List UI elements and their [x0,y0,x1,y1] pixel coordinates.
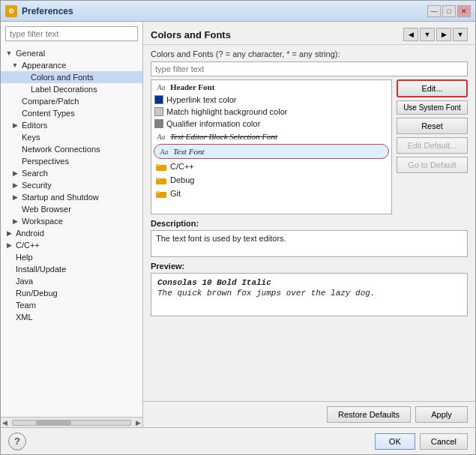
go-to-default-button[interactable]: Go to Default [397,157,468,173]
item-label: Text Font [173,147,204,156]
description-label: Description: [151,219,468,228]
sidebar-item-appearance[interactable]: ▼ Appearance [1,59,142,71]
sidebar-item-java[interactable]: Java [1,275,142,287]
list-item-debug-folder[interactable]: Debug [151,173,391,187]
help-button[interactable]: ? [8,433,26,451]
sidebar-item-keys[interactable]: Keys [1,131,142,143]
ok-button[interactable]: OK [375,433,415,450]
list-item[interactable]: Aa Text Editor Block Selection Font [151,130,391,143]
description-text: The text font is used by text editors. [156,234,286,243]
nav-forward-button[interactable]: ▶ [436,28,451,41]
sidebar-item-web-browser[interactable]: Web Browser [1,203,142,215]
app-icon: ⚙ [5,5,17,17]
sidebar-item-network-connections[interactable]: Network Connections [1,143,142,155]
sidebar-item-team[interactable]: Team [1,299,142,311]
restore-defaults-button[interactable]: Restore Defaults [327,406,411,423]
sidebar-item-label: Label Decorations [29,85,97,94]
sidebar-item-label: Security [20,181,52,190]
font-list[interactable]: Aa Header Font Hyperlink text color Matc… [151,79,392,214]
preview-text-1: Consolas 10 Bold Italic [157,278,461,287]
reset-button[interactable]: Reset [397,118,468,134]
edit-button[interactable]: Edit... [397,79,468,97]
right-body: Colors and Fonts (? = any character, * =… [143,45,475,401]
nav-back-button[interactable]: ◀ [403,28,418,41]
edit-default-button[interactable]: Edit Default... [397,137,468,154]
sidebar-item-label: Compare/Patch [20,97,79,106]
sidebar-item-search[interactable]: ▶ Search [1,167,142,179]
sidebar-item-run-debug[interactable]: Run/Debug [1,287,142,299]
item-label: Hyperlink text color [166,95,237,104]
window-controls: — □ ✕ [427,5,471,17]
sidebar-item-editors[interactable]: ▶ Editors [1,119,142,131]
sidebar-item-content-types[interactable]: Content Types [1,107,142,119]
sidebar-item-label: Editors [20,121,47,130]
list-item-git-folder[interactable]: Git [151,187,391,200]
sidebar-item-label-decorations[interactable]: Label Decorations [1,83,142,95]
sidebar-item-perspectives[interactable]: Perspectives [1,155,142,167]
aa-icon: Aa [154,82,168,92]
tree-filter-input[interactable] [5,26,138,41]
maximize-button[interactable]: □ [442,5,456,17]
toggle-icon [10,132,20,142]
sidebar-item-label: Perspectives [20,157,69,166]
sidebar-item-label: Team [14,301,36,310]
list-item[interactable]: Match highlight background color [151,106,391,118]
apply-button[interactable]: Apply [415,406,468,423]
sidebar-item-android[interactable]: ▶ Android [1,227,142,239]
left-panel: ▼ General ▼ Appearance Colors and Fonts … [1,22,143,427]
main-content: ▼ General ▼ Appearance Colors and Fonts … [1,22,475,427]
toggle-icon: ▶ [10,180,20,190]
toggle-icon: ▼ [4,48,14,58]
list-item-cpp-folder[interactable]: C/C++ [151,160,391,173]
sidebar-item-label: XML [14,313,33,322]
sidebar-item-general[interactable]: ▼ General [1,47,142,59]
toggle-icon [4,300,14,310]
sidebar-item-xml[interactable]: XML [1,311,142,323]
toggle-icon [10,144,20,154]
toggle-icon: ▶ [10,192,20,202]
ok-cancel-area: OK Cancel [375,433,468,450]
close-button[interactable]: ✕ [457,5,471,17]
item-label: Qualifier information color [166,119,260,128]
aa-icon: Aa [154,131,168,142]
list-item[interactable]: Aa Header Font [151,80,391,94]
nav-menu-button[interactable]: ▼ [453,28,468,41]
bottom-action-bar: Restore Defaults Apply [143,401,475,427]
sidebar-item-label: Appearance [20,61,66,70]
title-bar: ⚙ Preferences — □ ✕ [1,1,475,22]
sidebar-item-label: Run/Debug [14,289,58,298]
list-item[interactable]: Qualifier information color [151,118,391,130]
item-label: Header Font [170,82,214,91]
sidebar-item-compare-patch[interactable]: Compare/Patch [1,95,142,107]
font-list-container: Aa Header Font Hyperlink text color Matc… [151,79,468,214]
toggle-icon [4,276,14,286]
sidebar-item-help[interactable]: Help [1,251,142,263]
nav-dropdown-button[interactable]: ▼ [420,28,435,41]
sidebar-item-install-update[interactable]: Install/Update [1,263,142,275]
sidebar-item-colors-fonts[interactable]: Colors and Fonts [1,71,142,83]
aa-icon: Aa [157,146,171,157]
sidebar-item-security[interactable]: ▶ Security [1,179,142,191]
toggle-icon [10,96,20,106]
scroll-thumb [36,421,71,425]
cancel-button[interactable]: Cancel [420,433,468,450]
minimize-button[interactable]: — [427,5,441,17]
preview-label: Preview: [151,262,468,271]
sidebar-item-cpp[interactable]: ▶ C/C++ [1,239,142,251]
right-header: Colors and Fonts ◀ ▼ ▶ ▼ [143,22,475,45]
toggle-icon: ▶ [4,240,14,250]
toggle-icon: ▶ [4,228,14,238]
sidebar-item-label: Help [14,253,33,262]
list-item[interactable]: Hyperlink text color [151,94,391,106]
toggle-icon [4,288,14,298]
font-filter-input[interactable] [151,61,468,76]
scroll-right[interactable]: ▶ [134,419,142,427]
sidebar-item-startup-shutdown[interactable]: ▶ Startup and Shutdow [1,191,142,203]
use-system-font-button[interactable]: Use System Font [397,100,468,115]
toggle-icon [4,252,14,262]
scroll-left[interactable]: ◀ [1,419,9,427]
list-item-text-font[interactable]: Aa Text Font [154,144,389,159]
sidebar-item-label: Content Types [20,109,75,118]
sidebar-item-workspace[interactable]: ▶ Workspace [1,215,142,227]
tree-scrollbar[interactable]: ◀ ▶ [1,417,142,427]
